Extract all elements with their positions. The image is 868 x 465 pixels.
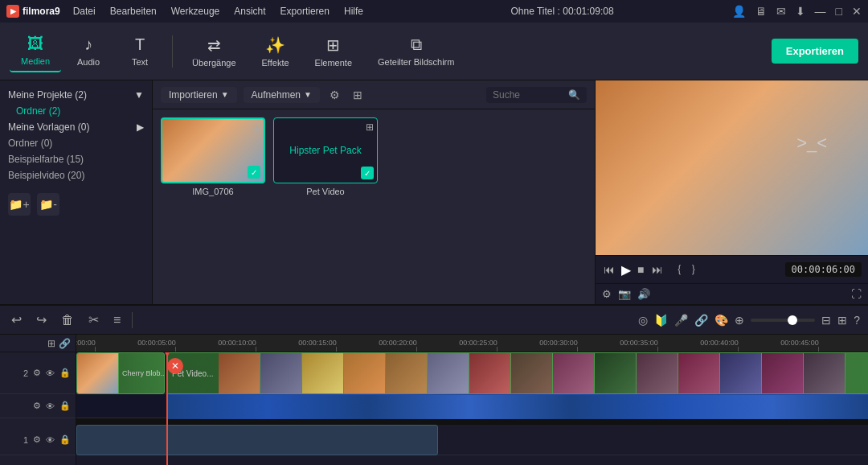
- fullscreen-icon[interactable]: ⛶: [851, 288, 862, 300]
- audio-clip[interactable]: [166, 394, 868, 418]
- play-pause-button[interactable]: ▶: [621, 262, 631, 278]
- window-icons: 👤 🖥 ✉ ⬇ — □ ✕: [732, 5, 862, 18]
- motion-track-icon[interactable]: ◎: [638, 314, 648, 327]
- user-icon[interactable]: 👤: [732, 5, 746, 18]
- track-1-eye-icon[interactable]: 👁: [46, 435, 55, 445]
- cut-button[interactable]: ✂: [85, 311, 102, 329]
- menu-ansicht[interactable]: Ansicht: [227, 4, 272, 19]
- tl-separator: [132, 312, 133, 328]
- sidebar-ordner-2[interactable]: Ordner (2): [0, 103, 152, 119]
- audio-icon: ♪: [84, 35, 92, 54]
- toolbar-geteilter-bildschirm[interactable]: ⧉ Geteilter Bildschirm: [366, 31, 465, 72]
- export-button[interactable]: Exportieren: [772, 39, 858, 64]
- volume-icon[interactable]: 🔊: [637, 288, 650, 300]
- minimize-btn[interactable]: —: [815, 5, 826, 18]
- sidebar-footer: 📁+ 📁-: [0, 187, 152, 222]
- track-view-icon[interactable]: ⊞: [837, 314, 847, 327]
- sidebar-meine-vorlagen[interactable]: Meine Vorlagen (0) ▶: [0, 119, 152, 135]
- next-frame-button[interactable]: ⏭: [650, 261, 665, 278]
- menu-datei[interactable]: Datei: [67, 4, 102, 19]
- clip-pet-video[interactable]: Pet Video... ✕: [166, 352, 868, 394]
- undo-button[interactable]: ↩: [8, 311, 25, 329]
- menu-werkzeuge[interactable]: Werkzeuge: [165, 4, 226, 19]
- preview-content: >_<: [596, 80, 868, 255]
- mark-out-button[interactable]: ｝: [689, 261, 703, 278]
- track-2-settings-icon[interactable]: ⚙: [33, 368, 41, 378]
- video-track-1-row: [76, 425, 868, 455]
- import-button[interactable]: Importieren ▼: [161, 87, 237, 103]
- preview-face: >_<: [796, 133, 827, 154]
- settings-icon[interactable]: ⚙: [602, 288, 612, 300]
- medien-label: Medien: [21, 56, 50, 66]
- track-audio-lock-icon[interactable]: 🔒: [59, 401, 71, 411]
- sidebar-beispielvideo[interactable]: Beispielvideo (20): [0, 167, 152, 183]
- preview-panel: >_< ⏮ ▶ ■ ⏭ ｛ ｝ 00:00:06:00 ⚙ 📷 🔊 ⛶: [595, 80, 868, 304]
- redo-button[interactable]: ↪: [33, 311, 50, 329]
- add-track-button[interactable]: ⊞: [47, 338, 55, 349]
- track-2-number: 2: [23, 368, 28, 378]
- track-1-settings-icon[interactable]: ⚙: [33, 434, 41, 445]
- maximize-btn[interactable]: □: [836, 5, 842, 18]
- preview-screen: >_<: [596, 80, 868, 255]
- add-marker-icon[interactable]: ⊕: [735, 314, 744, 327]
- prev-frame-button[interactable]: ⏮: [602, 261, 616, 278]
- remove-folder-button[interactable]: 📁-: [37, 193, 59, 216]
- clip-speed-icon[interactable]: 🔰: [654, 314, 668, 327]
- track-2-eye-icon[interactable]: 👁: [46, 368, 55, 378]
- record-button[interactable]: Aufnehmen ▼: [244, 87, 320, 103]
- playhead[interactable]: [166, 352, 168, 465]
- media-item-petvideo[interactable]: ⊞ Hipster Pet Pack ✓ Pet Video: [273, 117, 378, 196]
- add-folder-button[interactable]: 📁+: [8, 193, 31, 216]
- audio-detach-icon[interactable]: 🔗: [694, 314, 708, 327]
- toolbar-elemente[interactable]: ⊞ Elemente: [304, 31, 363, 72]
- track-audio-eye-icon[interactable]: 👁: [46, 401, 55, 411]
- track-1-lock-icon[interactable]: 🔒: [59, 434, 71, 445]
- fit-timeline-icon[interactable]: ⊟: [821, 314, 831, 327]
- ruler-mark-45: 00:00:45:00: [800, 339, 838, 352]
- cut-marker[interactable]: ✕: [167, 358, 183, 374]
- ruler-mark-15: 00:00:15:00: [317, 339, 356, 352]
- track-audio-settings-icon[interactable]: ⚙: [33, 401, 41, 411]
- elemente-icon: ⊞: [326, 35, 340, 55]
- toolbar-audio[interactable]: ♪ Audio: [64, 31, 113, 72]
- close-btn[interactable]: ✕: [852, 5, 862, 18]
- zoom-slider[interactable]: [751, 319, 815, 322]
- search-box: 🔍: [486, 87, 587, 103]
- sidebar-meine-projekte[interactable]: Meine Projekte (2) ▼: [0, 87, 152, 103]
- download-icon[interactable]: ⬇: [796, 5, 805, 18]
- track-gap: [76, 418, 868, 425]
- ruler-mark-25: 00:00:25:00: [478, 339, 517, 352]
- media-item-img0706[interactable]: ⊞ ✓ IMG_0706: [161, 117, 265, 196]
- toolbar-uebergaenge[interactable]: ⇄ Übergänge: [181, 31, 247, 72]
- monitor-icon[interactable]: 🖥: [755, 5, 767, 18]
- sidebar-ordner-0[interactable]: Ordner (0): [0, 135, 152, 151]
- search-input[interactable]: [493, 89, 565, 101]
- adjust-button[interactable]: ≡: [110, 311, 124, 329]
- clip-track1[interactable]: [76, 425, 438, 455]
- selected-check-petvideo: ✓: [361, 167, 374, 179]
- timeline-tracks: 00:00:00:00 00:00:05:00 00:00:10:00 00:0…: [76, 335, 868, 465]
- voiceover-icon[interactable]: 🎤: [674, 314, 688, 327]
- color-match-icon[interactable]: 🎨: [714, 314, 728, 327]
- toolbar-medien[interactable]: 🖼 Medien: [10, 30, 61, 72]
- mark-in-button[interactable]: ｛: [669, 261, 684, 278]
- menu-bearbeiten[interactable]: Bearbeiten: [104, 4, 163, 19]
- toolbar-effekte[interactable]: ✨ Effekte: [251, 31, 301, 72]
- track-2-lock-icon[interactable]: 🔒: [59, 368, 71, 378]
- delete-clip-button[interactable]: 🗑: [58, 311, 77, 329]
- camera-icon[interactable]: 📷: [618, 288, 631, 300]
- menu-exportieren[interactable]: Exportieren: [274, 4, 336, 19]
- stop-button[interactable]: ■: [636, 261, 645, 278]
- import-arrow-icon: ▼: [221, 90, 229, 99]
- timeline-toolbar: ↩ ↪ 🗑 ✂ ≡ ◎ 🔰 🎤 🔗 🎨 ⊕ ⊟ ⊞ ?: [0, 306, 868, 335]
- help-icon[interactable]: ?: [854, 314, 860, 327]
- toolbar-text[interactable]: T Text: [116, 31, 164, 72]
- mail-icon[interactable]: ✉: [776, 5, 786, 18]
- link-track-button[interactable]: 🔗: [59, 338, 71, 349]
- sidebar: Meine Projekte (2) ▼ Ordner (2) Meine Vo…: [0, 80, 153, 304]
- filter-icon[interactable]: ⚙: [326, 88, 343, 101]
- grid-icon[interactable]: ⊞: [350, 88, 366, 101]
- menu-hilfe[interactable]: Hilfe: [338, 4, 370, 19]
- clip-cherry-blob[interactable]: Cherry Blob...: [76, 352, 165, 394]
- sidebar-beispielfarbe[interactable]: Beispielfarbe (15): [0, 151, 152, 167]
